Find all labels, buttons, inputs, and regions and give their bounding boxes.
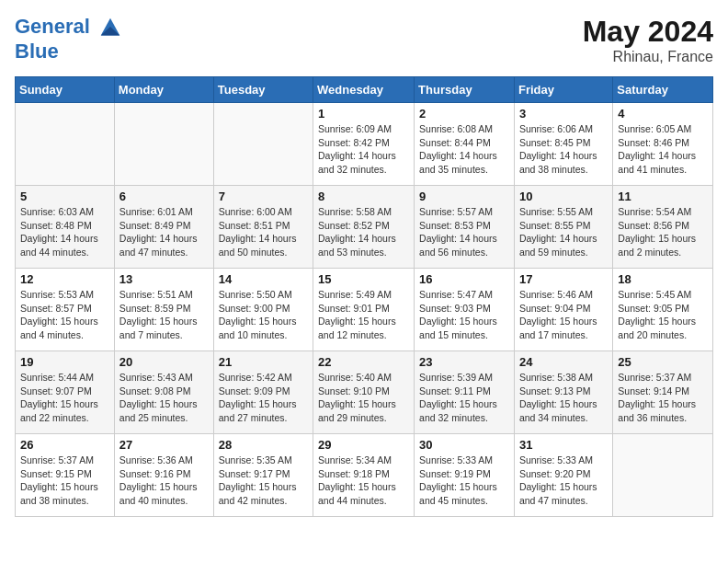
weekday-header: Sunday <box>16 77 115 103</box>
day-info: Sunrise: 5:53 AM Sunset: 8:57 PM Dayligh… <box>20 288 109 342</box>
day-number: 30 <box>419 438 509 452</box>
calendar-week-row: 5Sunrise: 6:03 AM Sunset: 8:48 PM Daylig… <box>16 186 713 269</box>
day-number: 2 <box>419 107 509 121</box>
day-number: 23 <box>419 355 509 369</box>
calendar-cell: 31Sunrise: 5:33 AM Sunset: 9:20 PM Dayli… <box>514 434 612 517</box>
day-info: Sunrise: 5:33 AM Sunset: 9:19 PM Dayligh… <box>419 454 509 508</box>
day-info: Sunrise: 5:38 AM Sunset: 9:13 PM Dayligh… <box>519 371 608 425</box>
day-number: 19 <box>20 355 109 369</box>
weekday-header: Monday <box>114 77 213 103</box>
day-number: 29 <box>318 438 409 452</box>
day-info: Sunrise: 6:00 AM Sunset: 8:51 PM Dayligh… <box>219 205 308 259</box>
logo: General Blue <box>15 15 123 63</box>
day-number: 14 <box>219 272 308 286</box>
calendar-cell: 21Sunrise: 5:42 AM Sunset: 9:09 PM Dayli… <box>213 351 313 434</box>
calendar-cell: 1Sunrise: 6:09 AM Sunset: 8:42 PM Daylig… <box>313 103 415 186</box>
day-info: Sunrise: 5:47 AM Sunset: 9:03 PM Dayligh… <box>419 288 509 342</box>
header-row: SundayMondayTuesdayWednesdayThursdayFrid… <box>16 77 713 103</box>
day-info: Sunrise: 6:03 AM Sunset: 8:48 PM Dayligh… <box>20 205 109 259</box>
calendar-cell: 3Sunrise: 6:06 AM Sunset: 8:45 PM Daylig… <box>514 103 612 186</box>
day-number: 5 <box>20 190 109 203</box>
day-number: 26 <box>20 438 109 452</box>
day-info: Sunrise: 5:33 AM Sunset: 9:20 PM Dayligh… <box>519 454 608 508</box>
day-number: 24 <box>519 355 608 369</box>
day-info: Sunrise: 5:54 AM Sunset: 8:56 PM Dayligh… <box>618 205 708 259</box>
calendar-cell: 23Sunrise: 5:39 AM Sunset: 9:11 PM Dayli… <box>415 351 515 434</box>
calendar-cell: 16Sunrise: 5:47 AM Sunset: 9:03 PM Dayli… <box>415 269 515 351</box>
day-number: 4 <box>618 107 708 121</box>
day-info: Sunrise: 5:46 AM Sunset: 9:04 PM Dayligh… <box>519 288 608 342</box>
calendar-body: 1Sunrise: 6:09 AM Sunset: 8:42 PM Daylig… <box>16 103 713 517</box>
day-number: 10 <box>519 190 608 203</box>
day-info: Sunrise: 5:58 AM Sunset: 8:52 PM Dayligh… <box>318 205 409 259</box>
calendar-cell: 10Sunrise: 5:55 AM Sunset: 8:55 PM Dayli… <box>514 186 612 269</box>
day-info: Sunrise: 5:40 AM Sunset: 9:10 PM Dayligh… <box>318 371 409 425</box>
calendar-cell: 18Sunrise: 5:45 AM Sunset: 9:05 PM Dayli… <box>613 269 713 351</box>
calendar-cell <box>613 434 713 517</box>
day-number: 3 <box>519 107 608 121</box>
day-number: 31 <box>519 438 608 452</box>
day-info: Sunrise: 5:45 AM Sunset: 9:05 PM Dayligh… <box>618 288 708 342</box>
weekday-header: Wednesday <box>313 77 415 103</box>
logo-text: General <box>15 15 123 40</box>
day-number: 16 <box>419 272 509 286</box>
day-info: Sunrise: 5:42 AM Sunset: 9:09 PM Dayligh… <box>219 371 308 425</box>
calendar-header: SundayMondayTuesdayWednesdayThursdayFrid… <box>16 77 713 103</box>
logo-text2: Blue <box>15 40 123 63</box>
page-header: General Blue May 2024 Rhinau, France <box>15 15 713 65</box>
day-number: 20 <box>119 355 209 369</box>
calendar-week-row: 1Sunrise: 6:09 AM Sunset: 8:42 PM Daylig… <box>16 103 713 186</box>
day-info: Sunrise: 6:09 AM Sunset: 8:42 PM Dayligh… <box>318 122 409 177</box>
title-block: May 2024 Rhinau, France <box>583 15 713 65</box>
calendar-cell: 24Sunrise: 5:38 AM Sunset: 9:13 PM Dayli… <box>514 351 612 434</box>
calendar-cell: 19Sunrise: 5:44 AM Sunset: 9:07 PM Dayli… <box>16 351 115 434</box>
calendar-cell: 7Sunrise: 6:00 AM Sunset: 8:51 PM Daylig… <box>213 186 313 269</box>
day-number: 25 <box>618 355 708 369</box>
day-number: 12 <box>20 272 109 286</box>
day-number: 11 <box>618 190 708 203</box>
calendar-cell <box>213 103 313 186</box>
calendar-cell: 30Sunrise: 5:33 AM Sunset: 9:19 PM Dayli… <box>415 434 515 517</box>
calendar-cell: 15Sunrise: 5:49 AM Sunset: 9:01 PM Dayli… <box>313 269 415 351</box>
day-info: Sunrise: 5:49 AM Sunset: 9:01 PM Dayligh… <box>318 288 409 342</box>
day-number: 17 <box>519 272 608 286</box>
calendar-cell <box>114 103 213 186</box>
day-info: Sunrise: 5:34 AM Sunset: 9:18 PM Dayligh… <box>318 454 409 508</box>
day-number: 15 <box>318 272 409 286</box>
location: Rhinau, France <box>583 49 713 65</box>
day-number: 22 <box>318 355 409 369</box>
day-number: 8 <box>318 190 409 203</box>
weekday-header: Saturday <box>613 77 713 103</box>
calendar-cell: 13Sunrise: 5:51 AM Sunset: 8:59 PM Dayli… <box>114 269 213 351</box>
day-info: Sunrise: 6:08 AM Sunset: 8:44 PM Dayligh… <box>419 122 509 177</box>
day-info: Sunrise: 5:37 AM Sunset: 9:14 PM Dayligh… <box>618 371 708 425</box>
calendar-cell <box>16 103 115 186</box>
calendar-cell: 4Sunrise: 6:05 AM Sunset: 8:46 PM Daylig… <box>613 103 713 186</box>
calendar-week-row: 12Sunrise: 5:53 AM Sunset: 8:57 PM Dayli… <box>16 269 713 351</box>
day-info: Sunrise: 5:43 AM Sunset: 9:08 PM Dayligh… <box>119 371 209 425</box>
calendar-cell: 29Sunrise: 5:34 AM Sunset: 9:18 PM Dayli… <box>313 434 415 517</box>
day-info: Sunrise: 5:36 AM Sunset: 9:16 PM Dayligh… <box>119 454 209 508</box>
weekday-header: Thursday <box>415 77 515 103</box>
day-number: 1 <box>318 107 409 121</box>
day-number: 13 <box>119 272 209 286</box>
calendar-cell: 11Sunrise: 5:54 AM Sunset: 8:56 PM Dayli… <box>613 186 713 269</box>
day-info: Sunrise: 6:05 AM Sunset: 8:46 PM Dayligh… <box>618 122 708 177</box>
day-info: Sunrise: 5:35 AM Sunset: 9:17 PM Dayligh… <box>219 454 308 508</box>
day-info: Sunrise: 5:39 AM Sunset: 9:11 PM Dayligh… <box>419 371 509 425</box>
day-number: 9 <box>419 190 509 203</box>
day-info: Sunrise: 5:57 AM Sunset: 8:53 PM Dayligh… <box>419 205 509 259</box>
day-info: Sunrise: 5:51 AM Sunset: 8:59 PM Dayligh… <box>119 288 209 342</box>
day-number: 7 <box>219 190 308 203</box>
weekday-header: Tuesday <box>213 77 313 103</box>
calendar-cell: 27Sunrise: 5:36 AM Sunset: 9:16 PM Dayli… <box>114 434 213 517</box>
day-info: Sunrise: 5:50 AM Sunset: 9:00 PM Dayligh… <box>219 288 308 342</box>
calendar-cell: 22Sunrise: 5:40 AM Sunset: 9:10 PM Dayli… <box>313 351 415 434</box>
calendar-cell: 26Sunrise: 5:37 AM Sunset: 9:15 PM Dayli… <box>16 434 115 517</box>
calendar-cell: 12Sunrise: 5:53 AM Sunset: 8:57 PM Dayli… <box>16 269 115 351</box>
day-info: Sunrise: 6:06 AM Sunset: 8:45 PM Dayligh… <box>519 122 608 177</box>
calendar-cell: 17Sunrise: 5:46 AM Sunset: 9:04 PM Dayli… <box>514 269 612 351</box>
day-number: 21 <box>219 355 308 369</box>
calendar-cell: 6Sunrise: 6:01 AM Sunset: 8:49 PM Daylig… <box>114 186 213 269</box>
calendar-week-row: 19Sunrise: 5:44 AM Sunset: 9:07 PM Dayli… <box>16 351 713 434</box>
